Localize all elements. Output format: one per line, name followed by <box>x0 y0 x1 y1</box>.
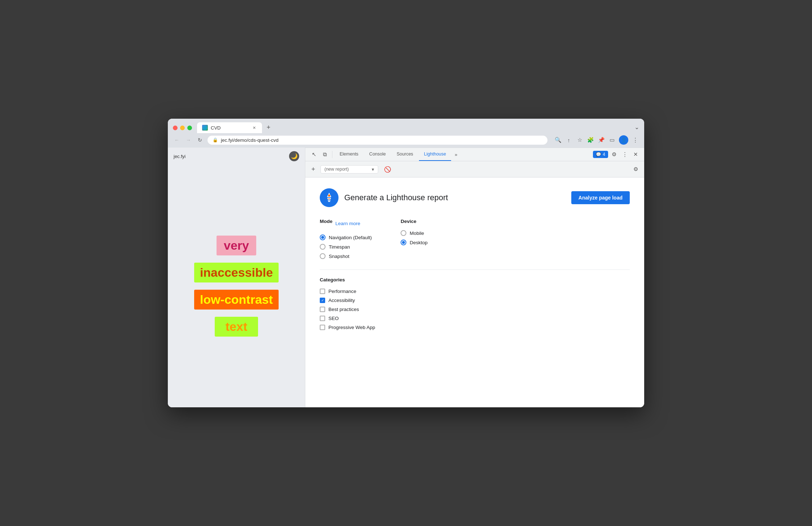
dropdown-arrow-icon: ▾ <box>372 167 374 172</box>
radio-snapshot-circle <box>320 253 326 259</box>
webpage-body: very inaccessible low-contrast text <box>168 165 305 407</box>
webpage-preview: jec.fyi 🌙 very inaccessible low-contrast… <box>168 148 305 407</box>
svg-rect-4 <box>328 201 330 202</box>
report-label: (new report) <box>324 167 349 172</box>
more-tabs-button[interactable]: » <box>452 148 460 161</box>
word-inaccessible: inaccessible <box>194 263 279 282</box>
minimize-button[interactable] <box>180 126 185 130</box>
category-performance-label: Performance <box>328 289 356 294</box>
lighthouse-content: Generate a Lighthouse report Analyze pag… <box>305 177 644 407</box>
feedback-badge[interactable]: 💬 4 <box>593 151 608 158</box>
no-icon[interactable]: 🚫 <box>384 166 391 173</box>
close-button[interactable] <box>173 126 178 130</box>
mode-snapshot[interactable]: Snapshot <box>320 251 372 261</box>
title-bar: 🌐 CVD ✕ + ⌄ <box>168 119 644 133</box>
device-mobile[interactable]: Mobile <box>401 228 428 238</box>
dark-mode-toggle[interactable]: 🌙 <box>289 151 299 161</box>
search-icon[interactable]: 🔍 <box>554 136 562 144</box>
devtools-panel: ↖ ⧉ Elements Console Sources Lighthouse … <box>305 148 644 407</box>
bookmark-icon[interactable]: ☆ <box>576 136 584 144</box>
new-tab-button[interactable]: + <box>263 122 274 132</box>
lighthouse-title-area: Generate a Lighthouse report <box>320 188 448 207</box>
traffic-lights <box>173 126 192 130</box>
mode-device-row: Mode Learn more Navigation (Default) Tim… <box>320 219 630 261</box>
mode-navigation[interactable]: Navigation (Default) <box>320 233 372 242</box>
url-text: jec.fyi/demo/cds-quest-cvd <box>221 137 542 143</box>
device-column: Device Mobile Desktop <box>401 219 428 261</box>
category-accessibility-label: Accessibility <box>328 298 355 303</box>
mode-timespan-label: Timespan <box>329 244 350 250</box>
url-bar[interactable]: 🔒 jec.fyi/demo/cds-quest-cvd <box>208 136 547 145</box>
svg-rect-3 <box>328 200 331 201</box>
tab-lighthouse[interactable]: Lighthouse <box>419 148 451 161</box>
analyze-button[interactable]: Analyze page load <box>571 191 630 204</box>
tab-close-button[interactable]: ✕ <box>251 125 257 131</box>
checkbox-accessibility: ✓ <box>320 298 325 303</box>
address-icons: 🔍 ↑ ☆ 🧩 📌 ▭ 👤 ⋮ <box>554 135 639 145</box>
category-accessibility[interactable]: ✓ Accessibility <box>320 296 630 305</box>
new-report-bar: + (new report) ▾ 🚫 ⚙ <box>305 161 644 177</box>
mode-label: Mode <box>320 219 332 224</box>
device-desktop-label: Desktop <box>410 240 428 245</box>
checkbox-seo <box>320 316 325 321</box>
feedback-count: 4 <box>603 152 605 157</box>
profile-icon[interactable]: 👤 <box>619 135 628 145</box>
sidecar-icon[interactable]: ▭ <box>608 136 616 144</box>
pin-icon[interactable]: 📌 <box>597 136 605 144</box>
category-seo[interactable]: SEO <box>320 314 630 323</box>
checkbox-pwa <box>320 325 325 330</box>
word-low-contrast: low-contrast <box>194 290 279 310</box>
categories-label: Categories <box>320 277 630 282</box>
category-pwa-label: Progressive Web App <box>328 325 375 330</box>
extension-icon[interactable]: 🧩 <box>586 136 594 144</box>
tab-elements[interactable]: Elements <box>335 148 363 161</box>
categories-section: Categories Performance ✓ Accessibility B… <box>320 277 630 332</box>
main-area: jec.fyi 🌙 very inaccessible low-contrast… <box>168 148 644 407</box>
report-dropdown[interactable]: (new report) ▾ <box>320 165 378 174</box>
checkbox-performance <box>320 289 325 294</box>
radio-mobile-circle <box>401 230 406 236</box>
responsive-tool-button[interactable]: ⧉ <box>320 148 330 161</box>
share-icon[interactable]: ↑ <box>565 136 573 144</box>
mode-header-row: Mode Learn more <box>320 219 372 228</box>
learn-more-link[interactable]: Learn more <box>335 221 360 226</box>
devtools-right-controls: 💬 4 ⚙ ⋮ ✕ <box>593 148 641 161</box>
section-divider <box>320 269 630 270</box>
more-options-button[interactable]: ⋮ <box>620 148 630 161</box>
settings-button[interactable]: ⚙ <box>609 148 619 161</box>
word-very: very <box>217 236 256 255</box>
radio-desktop-circle <box>401 240 406 245</box>
maximize-button[interactable] <box>187 126 192 130</box>
devtools-tab-bar: ↖ ⧉ Elements Console Sources Lighthouse … <box>305 148 644 161</box>
lighthouse-logo-svg <box>322 190 336 205</box>
radio-navigation-circle <box>320 234 326 240</box>
report-settings-button[interactable]: ⚙ <box>630 163 641 176</box>
radio-desktop-inner <box>402 241 405 244</box>
mode-timespan[interactable]: Timespan <box>320 242 372 251</box>
tab-console[interactable]: Console <box>364 148 391 161</box>
category-pwa[interactable]: Progressive Web App <box>320 323 630 332</box>
tab-sources[interactable]: Sources <box>392 148 418 161</box>
lighthouse-logo <box>320 188 339 207</box>
category-best-practices-label: Best practices <box>328 307 359 312</box>
more-menu-icon[interactable]: ⋮ <box>631 136 639 144</box>
device-mobile-label: Mobile <box>410 231 424 236</box>
close-devtools-button[interactable]: ✕ <box>630 148 641 161</box>
device-desktop[interactable]: Desktop <box>401 238 428 247</box>
browser-window: 🌐 CVD ✕ + ⌄ ← → ↻ 🔒 jec.fyi/demo/cds-que… <box>168 119 644 407</box>
category-best-practices[interactable]: Best practices <box>320 305 630 314</box>
category-performance[interactable]: Performance <box>320 287 630 296</box>
mode-navigation-label: Navigation (Default) <box>329 235 372 240</box>
lighthouse-title: Generate a Lighthouse report <box>344 193 448 202</box>
lighthouse-header: Generate a Lighthouse report Analyze pag… <box>320 188 630 207</box>
browser-tab[interactable]: 🌐 CVD ✕ <box>197 122 262 133</box>
refresh-button[interactable]: ↻ <box>196 136 204 144</box>
forward-button[interactable]: → <box>184 136 192 144</box>
window-dropdown-icon[interactable]: ⌄ <box>634 124 639 131</box>
back-button[interactable]: ← <box>173 136 181 144</box>
word-text: text <box>215 317 258 337</box>
checkbox-best-practices <box>320 307 325 312</box>
category-seo-label: SEO <box>328 316 339 321</box>
inspector-tool-button[interactable]: ↖ <box>309 148 319 161</box>
add-report-button[interactable]: + <box>309 165 318 174</box>
